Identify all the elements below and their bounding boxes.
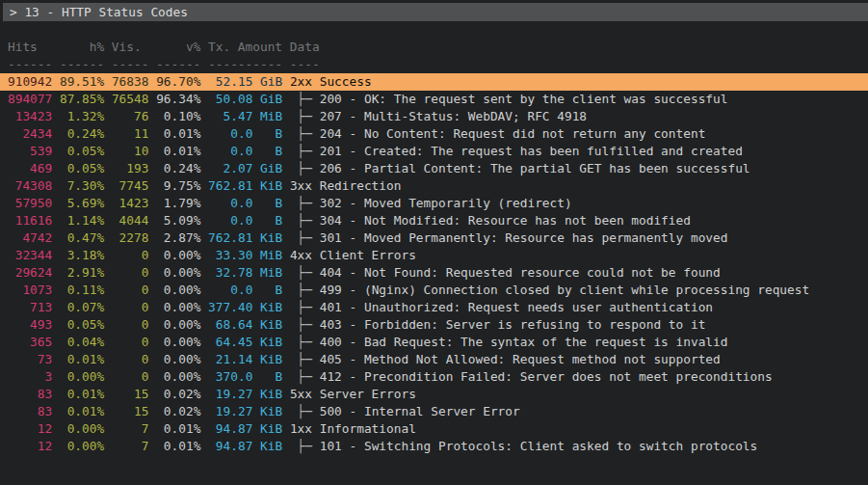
hits-value: 713	[8, 300, 52, 314]
visitors-percent: 96.70%	[156, 74, 200, 89]
tx-amount: 32.78 MiB	[208, 265, 282, 280]
visitors-percent: 0.00%	[156, 317, 200, 332]
hits-percent: 0.04%	[60, 335, 104, 349]
hits-value: 12	[8, 421, 52, 436]
status-label: 500 - Internal Server Error	[320, 404, 520, 418]
status-row[interactable]: 4742 0.47% 2278 2.87% 762.81 KiB ├─ 301 …	[0, 229, 868, 247]
hits-percent: 0.07%	[60, 300, 104, 314]
hits-percent: 0.05%	[60, 161, 104, 175]
tx-amount: 50.08 GiB	[208, 92, 282, 106]
visitors-percent: 2.87%	[156, 230, 200, 245]
visitors-value: 4044	[112, 213, 149, 228]
visitors-percent: 0.00%	[156, 248, 200, 262]
hits-value: 493	[8, 317, 52, 332]
tree-branch-icon: ├─	[290, 213, 320, 228]
visitors-value: 0	[112, 300, 149, 314]
status-row[interactable]: 1073 0.11% 0 0.00% 0.0 B ├─ 499 - (Nginx…	[0, 282, 868, 299]
visitors-percent: 0.24%	[156, 161, 200, 175]
visitors-value: 15	[112, 387, 149, 401]
status-row[interactable]: 13423 1.32% 76 0.10% 5.47 MiB ├─ 207 - M…	[0, 108, 868, 125]
hits-value: 83	[8, 404, 52, 418]
hits-value: 29624	[8, 265, 52, 280]
tree-branch-icon: ├─	[290, 369, 320, 384]
status-label: 5xx Server Errors	[290, 387, 416, 401]
hits-percent: 3.18%	[60, 248, 104, 262]
tree-branch-icon: ├─	[290, 283, 320, 297]
tx-amount: 33.30 MiB	[208, 248, 282, 262]
panel-title: > 13 - HTTP Status Codes	[10, 5, 188, 19]
column-separator-row: ------ ------ ----- ------ ---------- --…	[0, 56, 868, 73]
status-label: 404 - Not Found: Requested resource coul…	[320, 265, 721, 280]
status-label: 204 - No Content: Request did not return…	[320, 126, 706, 141]
status-row[interactable]: 12 0.00% 7 0.01% 94.87 KiB 1xx Informati…	[0, 420, 868, 438]
hits-percent: 7.30%	[60, 178, 104, 193]
hits-percent: 0.11%	[60, 283, 104, 297]
status-row[interactable]: 73 0.01% 0 0.00% 21.14 KiB ├─ 405 - Meth…	[0, 351, 868, 368]
status-row[interactable]: 12 0.00% 7 0.01% 94.87 KiB ├─ 101 - Swit…	[0, 438, 868, 455]
tx-amount: 19.27 KiB	[208, 404, 282, 418]
tx-amount: 52.15 GiB	[208, 74, 282, 89]
status-row[interactable]: 74308 7.30% 7745 9.75% 762.81 KiB 3xx Re…	[0, 177, 868, 195]
visitors-value: 0	[112, 335, 149, 349]
status-row[interactable]: 910942 89.51% 76838 96.70% 52.15 GiB 2xx…	[0, 73, 868, 91]
status-row[interactable]: 83 0.01% 15 0.02% 19.27 KiB ├─ 500 - Int…	[0, 403, 868, 420]
status-row[interactable]: 539 0.05% 10 0.01% 0.0 B ├─ 201 - Create…	[0, 143, 868, 160]
status-label: 3xx Redirection	[290, 178, 402, 193]
visitors-value: 0	[112, 283, 149, 297]
status-row[interactable]: 469 0.05% 193 0.24% 2.07 GiB ├─ 206 - Pa…	[0, 160, 868, 177]
tx-amount: 94.87 KiB	[208, 439, 282, 453]
status-label: 302 - Moved Temporarily (redirect)	[320, 196, 572, 210]
status-row[interactable]: 713 0.07% 0 0.00% 377.40 KiB ├─ 401 - Un…	[0, 299, 868, 316]
status-row[interactable]: 2434 0.24% 11 0.01% 0.0 B ├─ 204 - No Co…	[0, 125, 868, 143]
hits-percent: 89.51%	[60, 74, 104, 89]
visitors-value: 10	[112, 144, 149, 158]
status-row[interactable]: 3 0.00% 0 0.00% 370.0 B ├─ 412 - Precond…	[0, 368, 868, 386]
tree-branch-icon: ├─	[290, 439, 320, 453]
status-row[interactable]: 365 0.04% 0 0.00% 64.45 KiB ├─ 400 - Bad…	[0, 334, 868, 351]
tree-branch-icon: ├─	[290, 300, 320, 314]
status-row[interactable]: 83 0.01% 15 0.02% 19.27 KiB 5xx Server E…	[0, 386, 868, 403]
status-row[interactable]: 894077 87.85% 76548 96.34% 50.08 GiB ├─ …	[0, 91, 868, 108]
hits-value: 4742	[8, 230, 52, 245]
visitors-value: 7	[112, 439, 149, 453]
tree-branch-icon: ├─	[290, 335, 320, 349]
visitors-value: 0	[112, 265, 149, 280]
visitors-value: 1423	[112, 196, 149, 210]
tx-amount: 0.0 B	[208, 126, 282, 141]
hits-value: 3	[8, 369, 52, 384]
hits-value: 2434	[8, 126, 52, 141]
status-label: 405 - Method Not Allowed: Request method…	[320, 352, 721, 366]
visitors-percent: 0.02%	[156, 404, 200, 418]
visitors-percent: 0.01%	[156, 144, 200, 158]
status-label: 206 - Partial Content: The partial GET h…	[320, 161, 750, 175]
status-row[interactable]: 29624 2.91% 0 0.00% 32.78 MiB ├─ 404 - N…	[0, 264, 868, 282]
status-label: 200 - OK: The request sent by the client…	[320, 92, 728, 106]
status-label: 2xx Success	[290, 74, 372, 89]
tx-amount: 64.45 KiB	[208, 335, 282, 349]
hits-value: 539	[8, 144, 52, 158]
tx-amount: 68.64 KiB	[208, 317, 282, 332]
tx-amount: 19.27 KiB	[208, 387, 282, 401]
status-row[interactable]: 11616 1.14% 4044 5.09% 0.0 B ├─ 304 - No…	[0, 212, 868, 229]
panel-title-bar: > 13 - HTTP Status Codes	[3, 3, 868, 21]
visitors-percent: 0.00%	[156, 265, 200, 280]
status-label: 401 - Unauthorized: Request needs user a…	[320, 300, 713, 314]
visitors-percent: 0.00%	[156, 283, 200, 297]
status-row[interactable]: 493 0.05% 0 0.00% 68.64 KiB ├─ 403 - For…	[0, 316, 868, 334]
hits-value: 12	[8, 439, 52, 453]
visitors-value: 76	[112, 109, 149, 123]
tx-amount: 370.0 B	[208, 369, 282, 384]
status-row[interactable]: 32344 3.18% 0 0.00% 33.30 MiB 4xx Client…	[0, 247, 868, 264]
tx-amount: 0.0 B	[208, 283, 282, 297]
hits-percent: 0.00%	[60, 439, 104, 453]
status-label: 499 - (Nginx) Connection closed by clien…	[320, 283, 810, 297]
hits-percent: 0.00%	[60, 369, 104, 384]
status-label: 412 - Precondition Failed: Server does n…	[320, 369, 773, 384]
hits-percent: 1.14%	[60, 213, 104, 228]
status-label: 301 - Moved Permanently: Resource has pe…	[320, 230, 728, 245]
tree-branch-icon: ├─	[290, 109, 320, 123]
hits-value: 894077	[8, 92, 52, 106]
tx-amount: 762.81 KiB	[208, 178, 282, 193]
visitors-percent: 0.10%	[156, 109, 200, 123]
status-row[interactable]: 57950 5.69% 1423 1.79% 0.0 B ├─ 302 - Mo…	[0, 195, 868, 212]
